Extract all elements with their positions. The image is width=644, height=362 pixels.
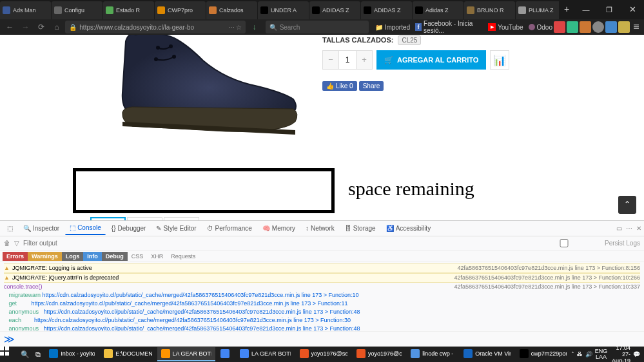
add-to-cart-button[interactable]: 🛒 AGREGAR AL CARRITO xyxy=(376,50,486,70)
console-line[interactable]: ▲JQMIGRATE: jQuery.attrFn is deprecated4… xyxy=(4,273,640,283)
browser-tab[interactable]: PLUMA Z xyxy=(516,1,559,19)
forward-button[interactable]: → xyxy=(18,21,32,33)
tray-clock[interactable]: 17:0427-Aug-19 xyxy=(610,345,630,362)
toggle-requests[interactable]: Requests xyxy=(167,252,199,261)
console-line[interactable]: each https://cdn.calzadosyoyito.cl/pub/s… xyxy=(4,316,640,325)
browser-tab[interactable]: Calzados xyxy=(206,1,257,19)
ext-icon-5[interactable] xyxy=(605,21,617,33)
devtools-tab-memory[interactable]: 🧠 Memory xyxy=(258,222,300,234)
thumbnail-3[interactable] xyxy=(164,217,199,220)
thumbnail-1[interactable] xyxy=(90,217,126,220)
fb-like-button[interactable]: 👍Like 0 xyxy=(322,81,357,91)
element-picker-icon[interactable]: ⬚ xyxy=(3,222,17,234)
restore-button[interactable]: ❐ xyxy=(598,0,621,19)
browser-tab[interactable]: BRUNO R xyxy=(464,1,515,19)
toggle-debug[interactable]: Debug xyxy=(102,252,128,261)
console-line[interactable]: migratewarn https://cdn.calzadosyoyito.c… xyxy=(4,291,640,300)
browser-tab[interactable]: UNDER A xyxy=(258,1,309,19)
taskbar-item[interactable]: LA GEAR BOTI... xyxy=(236,347,294,361)
browser-tab[interactable]: ADIDAS Z xyxy=(309,1,360,19)
ext-icon-4[interactable] xyxy=(592,21,604,33)
console-output[interactable]: ▲JQMIGRATE: Logging is active42fa5863765… xyxy=(0,262,644,331)
devtools-tab-inspector[interactable]: 🔍 Inspector xyxy=(19,222,64,234)
console-line[interactable]: console.trace()42fa586376515406403fc97e8… xyxy=(4,283,640,291)
toggle-xhr[interactable]: XHR xyxy=(147,252,167,261)
taskbar-item[interactable]: yoyo1976@c... xyxy=(353,347,405,361)
ext-icon-6[interactable] xyxy=(618,21,630,33)
menu-button[interactable]: ≡ xyxy=(631,21,641,33)
browser-tab[interactable]: CWP7pro xyxy=(155,1,206,19)
tray-chevron-icon[interactable]: ˄ xyxy=(571,351,574,357)
minimize-button[interactable]: — xyxy=(574,0,598,19)
bookmark-odoo[interactable]: Odoo xyxy=(529,24,552,31)
taskbar-item[interactable]: linode cwp - ... xyxy=(407,347,458,361)
qty-plus[interactable]: + xyxy=(356,51,372,69)
back-button[interactable]: ← xyxy=(3,21,17,33)
devtools-close-icon[interactable]: ✕ xyxy=(636,225,641,232)
devtools-tab-storage[interactable]: 🗄 Storage xyxy=(340,222,380,234)
ext-icon-2[interactable] xyxy=(567,21,578,33)
console-line[interactable]: get https://cdn.calzadosyoyito.cl/pub/st… xyxy=(4,300,640,308)
search-box[interactable]: 🔍 Search xyxy=(266,21,369,33)
console-prompt[interactable]: ≫ xyxy=(0,331,644,347)
ext-icon-1[interactable] xyxy=(554,21,565,33)
taskbar-item[interactable]: E:\DOCUMEN... xyxy=(100,347,155,361)
console-line[interactable]: ▲JQMIGRATE: Logging is active42fa5863765… xyxy=(4,263,640,273)
console-filter-input[interactable] xyxy=(23,240,105,247)
console-line[interactable]: anonymous https://cdn.calzadosyoyito.cl/… xyxy=(4,308,640,316)
close-button[interactable]: ✕ xyxy=(621,0,644,19)
toggle-css[interactable]: CSS xyxy=(128,252,148,261)
devtools-tab-style-editor[interactable]: ✎ Style Editor xyxy=(151,222,200,234)
taskbar-item[interactable]: Oracle VM Vir... xyxy=(460,347,514,361)
toggle-logs[interactable]: Logs xyxy=(62,252,84,261)
tray-volume-icon[interactable]: 🔊 xyxy=(585,351,592,357)
bookmark-facebook[interactable]: fFacebook - Inicia sesió... xyxy=(415,20,483,34)
console-line[interactable]: anonymous https://cdn.calzadosyoyito.cl/… xyxy=(4,325,640,331)
clear-console-icon[interactable]: 🗑 xyxy=(4,240,10,247)
qty-minus[interactable]: − xyxy=(323,51,338,69)
svg-rect-4 xyxy=(0,347,4,350)
qty-value[interactable]: 1 xyxy=(338,51,356,69)
browser-tab[interactable]: Adidas Z xyxy=(413,1,463,19)
browser-tab[interactable]: Ads Man xyxy=(0,1,51,19)
taskbar-item[interactable]: yoyo1976@se... xyxy=(296,347,352,361)
taskbar-item[interactable]: LA GEAR BOTI... xyxy=(157,347,215,361)
persist-logs-checkbox[interactable]: Persist Logs xyxy=(525,239,640,247)
scroll-to-top[interactable]: ⌃ xyxy=(618,196,636,214)
taskbar-item[interactable]: Inbox - yoyito... xyxy=(45,347,99,361)
task-view-icon[interactable]: ⧉ xyxy=(32,350,44,359)
reload-button[interactable]: ⟳ xyxy=(34,21,48,33)
start-button[interactable] xyxy=(0,347,19,362)
thumbnail-2[interactable] xyxy=(127,217,162,220)
taskbar-search-icon[interactable]: 🔍 xyxy=(19,350,32,359)
ext-icon-3[interactable] xyxy=(580,21,591,33)
taskbar-item[interactable] xyxy=(217,347,235,361)
devtools-tab-debugger[interactable]: {} Debugger xyxy=(107,222,151,234)
browser-tab[interactable]: ADIDAS Z xyxy=(361,1,412,19)
bookmark-youtube[interactable]: ▶YouTube xyxy=(488,23,523,31)
devtools-tab-network[interactable]: ↕ Network xyxy=(301,222,339,234)
browser-tab[interactable]: Configu xyxy=(52,1,102,19)
tray-notifications-icon[interactable]: 💬 xyxy=(633,351,640,357)
tray-language[interactable]: ENG LAA xyxy=(595,348,608,360)
address-bar[interactable]: 🔒 https://www.calzadosyoyito.cl/la-gear-… xyxy=(65,21,246,33)
fb-share-button[interactable]: Share xyxy=(359,81,384,91)
downloads-button[interactable]: ↓ xyxy=(247,21,261,33)
devtools-tab-accessibility[interactable]: ♿ Accessibility xyxy=(382,222,435,234)
product-main-image[interactable] xyxy=(90,35,313,164)
devtools-responsive-icon[interactable]: ▭ xyxy=(616,225,622,232)
new-tab-button[interactable]: + xyxy=(559,0,574,19)
tray-network-icon[interactable]: 🖧 xyxy=(577,351,583,357)
size-value[interactable]: CL25 xyxy=(398,35,421,45)
devtools-tab-console[interactable]: ⬚ Console xyxy=(65,222,106,235)
devtools-tab-performance[interactable]: ⏱ Performance xyxy=(202,222,257,234)
toggle-warnings[interactable]: Warnings xyxy=(28,252,62,261)
taskbar-item[interactable]: cwp7m229por... xyxy=(516,347,571,361)
devtools-menu-icon[interactable]: ⋯ xyxy=(626,225,632,232)
compare-button[interactable]: 📊 xyxy=(490,50,509,70)
bookmark-imported[interactable]: 📁Imported xyxy=(375,24,410,31)
home-button[interactable]: ⌂ xyxy=(50,21,64,33)
toggle-errors[interactable]: Errors xyxy=(3,252,28,261)
browser-tab[interactable]: Estado R xyxy=(103,1,154,19)
toggle-info[interactable]: Info xyxy=(83,252,102,261)
